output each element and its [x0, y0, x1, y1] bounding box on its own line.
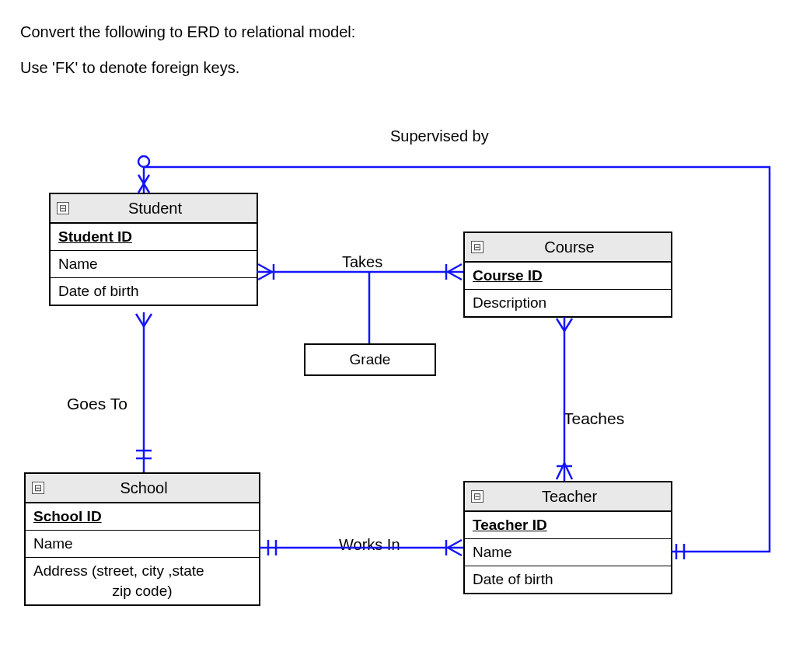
entity-header: ⊟ Student [51, 194, 257, 224]
entity-title: School [44, 479, 259, 497]
svg-line-2 [138, 175, 149, 193]
entity-student: ⊟ Student Student ID Name Date of birth [49, 193, 258, 306]
associative-entity-grade: Grade [304, 343, 436, 376]
entity-school: ⊟ School School ID Name Address (street,… [24, 472, 260, 606]
relationship-teaches: Teaches [564, 409, 624, 428]
attribute-address: Address (street, city ,state zip code) [26, 558, 259, 604]
svg-line-14 [136, 314, 144, 326]
svg-line-28 [448, 548, 462, 555]
svg-line-15 [144, 314, 152, 326]
svg-point-0 [138, 156, 149, 167]
prompt-line-2: Use 'FK' to denote foreign keys. [20, 59, 239, 77]
svg-line-10 [448, 272, 462, 280]
entity-title: Student [69, 200, 257, 218]
entity-header: ⊟ Teacher [465, 482, 671, 512]
collapse-icon[interactable]: ⊟ [32, 482, 44, 494]
attribute-student-id: Student ID [51, 224, 257, 251]
attribute-course-id: Course ID [465, 263, 671, 290]
attribute-school-id: School ID [26, 503, 259, 531]
attribute-name: Name [465, 539, 671, 566]
relationship-supervised-by: Supervised by [390, 127, 489, 145]
collapse-icon[interactable]: ⊟ [57, 202, 69, 214]
entity-title: Teacher [484, 488, 671, 506]
relationship-takes: Takes [342, 253, 382, 271]
svg-line-23 [564, 463, 572, 479]
attribute-description: Description [465, 290, 671, 316]
svg-line-27 [448, 540, 462, 548]
svg-line-6 [258, 264, 272, 272]
attribute-dob: Date of birth [465, 566, 671, 593]
erd-canvas: Convert the following to ERD to relation… [0, 0, 796, 672]
svg-line-1 [138, 175, 149, 193]
attribute-dob: Date of birth [51, 278, 257, 305]
attribute-name: Name [26, 531, 259, 558]
relationship-goes-to: Goes To [67, 395, 127, 413]
prompt-line-1: Convert the following to ERD to relation… [20, 23, 355, 41]
entity-course: ⊟ Course Course ID Description [463, 232, 672, 318]
svg-line-20 [564, 319, 572, 331]
entity-teacher: ⊟ Teacher Teacher ID Name Date of birth [463, 481, 672, 594]
relationship-works-in: Works In [339, 536, 400, 554]
svg-line-7 [258, 272, 272, 280]
entity-title: Course [484, 239, 671, 256]
collapse-icon[interactable]: ⊟ [471, 241, 484, 253]
entity-header: ⊟ School [26, 474, 259, 503]
svg-line-22 [557, 463, 564, 479]
entity-header: ⊟ Course [465, 233, 671, 263]
collapse-icon[interactable]: ⊟ [471, 490, 484, 503]
attribute-teacher-id: Teacher ID [465, 512, 671, 539]
svg-line-9 [448, 264, 462, 272]
svg-line-19 [557, 319, 564, 331]
attribute-name: Name [51, 251, 257, 278]
